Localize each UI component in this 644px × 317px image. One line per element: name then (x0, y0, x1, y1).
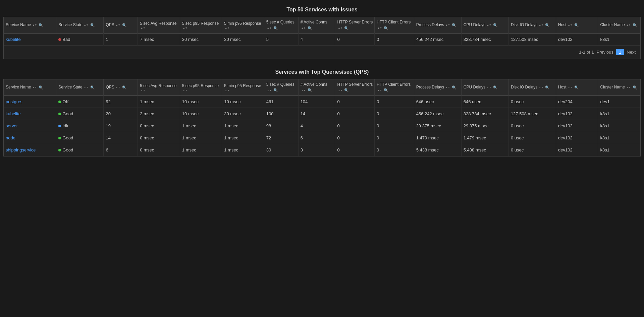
sort-icon-cpudelay[interactable]: ▲▼ (487, 24, 491, 26)
table-cell[interactable]: postgres (4, 96, 56, 108)
s2-sort-icon-cluster[interactable]: ▲▼ (626, 86, 631, 88)
s2-search-icon-queries[interactable]: 🔍 (273, 88, 278, 92)
s2-search-icon-httpsrv[interactable]: 🔍 (344, 88, 349, 92)
sort-icon-p95-5m[interactable]: ▲▼ (225, 27, 229, 29)
table-cell[interactable]: kubelite (4, 108, 56, 120)
search-icon-diskio[interactable]: 🔍 (545, 23, 550, 27)
search-icon-qps[interactable]: 🔍 (122, 23, 127, 27)
table-cell: 20 (104, 108, 138, 120)
table-cell: 127.508 msec (508, 33, 556, 45)
table-cell: 19 (104, 120, 138, 132)
sort-icon-host[interactable]: ▲▼ (568, 24, 573, 26)
s2-sort-icon-actconn[interactable]: ▲▼ (301, 89, 306, 91)
s2-search-icon-host[interactable]: 🔍 (574, 85, 579, 90)
table-cell: 0 (335, 120, 375, 132)
s2-search-icon-cpudelay[interactable]: 🔍 (493, 85, 498, 90)
service-name-link[interactable]: kubelite (6, 37, 21, 42)
sort-icon-avg5[interactable]: ▲▼ (141, 27, 145, 29)
s2-sort-icon-p95-5m[interactable]: ▲▼ (225, 89, 229, 91)
search-icon-httpcli[interactable]: 🔍 (384, 26, 388, 30)
table-cell: 0 (375, 96, 414, 108)
sort-icon-qps[interactable]: ▲▼ (116, 24, 120, 26)
sort-icon-httpcli[interactable]: ▲▼ (377, 27, 382, 29)
table-cell: 5.438 msec (414, 144, 461, 156)
service-name-link[interactable]: node (6, 135, 15, 140)
s2-search-icon-actconn[interactable]: 🔍 (308, 88, 312, 92)
s2-sort-icon-queries[interactable]: ▲▼ (267, 89, 272, 91)
table-cell: 98 (264, 120, 298, 132)
table-cell: 1 msec (222, 132, 264, 144)
s2-search-icon-svc-name[interactable]: 🔍 (39, 85, 43, 90)
table-cell: 1 msec (180, 120, 222, 132)
s2-sort-icon-diskio[interactable]: ▲▼ (539, 86, 543, 88)
search-icon-svc-state[interactable]: 🔍 (90, 23, 95, 27)
s2-sort-icon-cpudelay[interactable]: ▲▼ (487, 86, 491, 88)
search-icon-queries[interactable]: 🔍 (273, 26, 278, 30)
table-cell: 0 (335, 144, 375, 156)
search-icon-cpudelay[interactable]: 🔍 (493, 23, 498, 27)
s2-sort-icon-httpsrv[interactable]: ▲▼ (338, 89, 342, 91)
search-icon-actconn[interactable]: 🔍 (308, 26, 312, 30)
s2-search-icon-httpcli[interactable]: 🔍 (384, 88, 388, 92)
table-cell: 0 (375, 108, 414, 120)
s2-sort-icon-p95-5s[interactable]: ▲▼ (183, 89, 187, 91)
table-cell: 29.375 msec (461, 120, 508, 132)
col-header-cluster: Cluster Name ▲▼ 🔍 (598, 17, 640, 33)
sort-icon-diskio[interactable]: ▲▼ (539, 24, 543, 26)
table-cell: k8s1 (598, 132, 640, 144)
table-cell[interactable]: shippingservice (4, 144, 56, 156)
s2-sort-icon-avg5[interactable]: ▲▼ (141, 89, 145, 91)
service-name-link[interactable]: server (6, 123, 18, 128)
pagination-page-button[interactable]: 1 (616, 49, 624, 55)
s2-search-icon-qps[interactable]: 🔍 (122, 85, 127, 90)
section1-header-row: Service Name ▲▼ 🔍 Service State ▲▼ 🔍 (4, 17, 640, 33)
table-cell[interactable]: server (4, 120, 56, 132)
s2-search-icon-diskio[interactable]: 🔍 (545, 85, 550, 90)
col-header-svc-name: Service Name ▲▼ 🔍 (4, 17, 56, 33)
s2-sort-icon-qps[interactable]: ▲▼ (116, 86, 120, 88)
s2-sort-icon-httpcli[interactable]: ▲▼ (377, 89, 382, 91)
s2-sort-icon-procdelay[interactable]: ▲▼ (445, 86, 450, 88)
table-cell: 29.375 msec (414, 120, 461, 132)
sort-icon-queries[interactable]: ▲▼ (267, 27, 272, 29)
s2-sort-icon-svc-name[interactable]: ▲▼ (32, 86, 37, 88)
service-name-link[interactable]: shippingservice (6, 147, 36, 152)
section1-title: Top 50 Services with Issues (3, 7, 641, 13)
s2-col-header-host: Host ▲▼ 🔍 (556, 79, 598, 96)
service-name-link[interactable]: postgres (6, 99, 22, 104)
s2-search-icon-cluster[interactable]: 🔍 (633, 85, 637, 90)
table-cell: 646 usec (414, 96, 461, 108)
col-header-httpcli: HTTP Client Errors ▲▼ 🔍 (375, 17, 414, 33)
pagination-prev-button[interactable]: Previous (596, 50, 613, 55)
search-icon-svc-name[interactable]: 🔍 (39, 23, 43, 27)
pagination-next-button[interactable]: Next (627, 50, 636, 55)
col-header-avg5: 5 sec Avg Response ▲▼ (138, 17, 180, 33)
sort-icon-httpsrv[interactable]: ▲▼ (338, 27, 342, 29)
s2-search-icon-procdelay[interactable]: 🔍 (452, 85, 457, 90)
table-cell: 646 usec (461, 96, 508, 108)
search-icon-httpsrv[interactable]: 🔍 (344, 26, 349, 30)
table-cell: 100 (264, 108, 298, 120)
sort-icon-procdelay[interactable]: ▲▼ (445, 24, 450, 26)
table-cell: k8s1 (598, 33, 640, 45)
s2-sort-icon-host[interactable]: ▲▼ (568, 86, 573, 88)
search-icon-procdelay[interactable]: 🔍 (452, 23, 457, 27)
s2-col-header-p95-5s: 5 sec p95 Response ▲▼ (180, 79, 222, 96)
table-cell[interactable]: node (4, 132, 56, 144)
table-cell[interactable]: kubelite (4, 33, 56, 45)
table-cell: k8s1 (598, 144, 640, 156)
table-cell: 104 (298, 96, 335, 108)
search-icon-cluster[interactable]: 🔍 (633, 23, 637, 27)
sort-icon-svc-state[interactable]: ▲▼ (84, 24, 89, 26)
sort-icon-svc-name[interactable]: ▲▼ (32, 24, 37, 26)
s2-sort-icon-svc-state[interactable]: ▲▼ (84, 86, 89, 88)
section2-title: Services with Top Queries/sec (QPS) (3, 69, 641, 75)
sort-icon-p95-5s[interactable]: ▲▼ (183, 27, 187, 29)
sort-icon-cluster[interactable]: ▲▼ (626, 24, 631, 26)
table-cell: Good (56, 144, 104, 156)
sort-icon-actconn[interactable]: ▲▼ (301, 27, 306, 29)
table-cell: 1.479 msec (461, 132, 508, 144)
s2-search-icon-svc-state[interactable]: 🔍 (90, 85, 95, 90)
service-name-link[interactable]: kubelite (6, 111, 21, 116)
search-icon-host[interactable]: 🔍 (574, 23, 579, 27)
